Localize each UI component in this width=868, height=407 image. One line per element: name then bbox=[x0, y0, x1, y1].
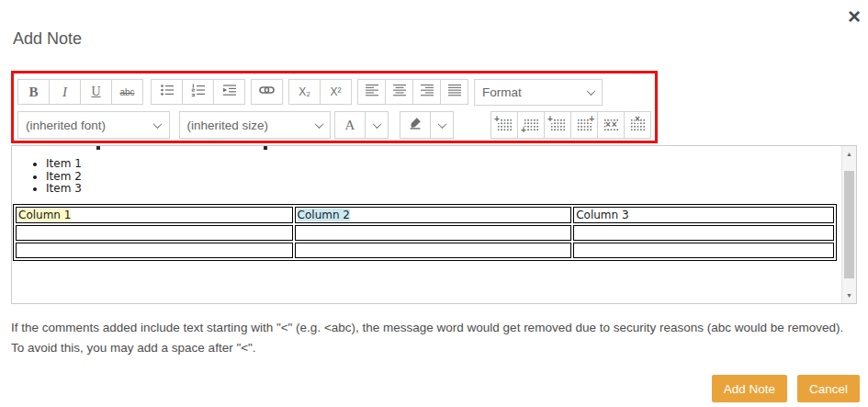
table-header-cell[interactable]: Column 1 bbox=[16, 207, 293, 223]
scrollbar-thumb[interactable] bbox=[844, 171, 854, 278]
table-tools-group: + + + + ×× × bbox=[490, 111, 651, 139]
justify-icon bbox=[447, 84, 462, 101]
delete-row-button[interactable]: ×× bbox=[597, 111, 625, 139]
text-color-dropdown[interactable] bbox=[365, 111, 389, 139]
toolbar-row-2: (inherited font) (inherited size) A + + bbox=[17, 111, 651, 139]
chevron-down-icon bbox=[147, 112, 169, 138]
chevron-down-icon bbox=[372, 119, 381, 129]
table-cell[interactable] bbox=[573, 243, 834, 258]
highlighted-text-blue: Column 2 bbox=[298, 209, 350, 221]
alignment-group bbox=[357, 79, 468, 105]
dialog-title: Add Note bbox=[13, 29, 82, 49]
bulleted-list-button[interactable] bbox=[151, 79, 183, 105]
scroll-up-icon[interactable]: ▲ bbox=[842, 147, 856, 161]
align-right-button[interactable] bbox=[412, 79, 441, 105]
font-family-select[interactable]: (inherited font) bbox=[17, 111, 170, 139]
table-cell[interactable] bbox=[16, 243, 293, 258]
table-cell[interactable] bbox=[295, 225, 572, 241]
list-item: Item 1 bbox=[46, 158, 841, 171]
add-note-dialog: Add Note × B I U abc bbox=[0, 0, 868, 407]
italic-button[interactable]: I bbox=[49, 79, 81, 105]
editor-toolbar-highlighted: B I U abc bbox=[11, 71, 658, 143]
insert-column-right-button[interactable]: + bbox=[570, 111, 598, 139]
table-header-cell[interactable]: Column 2 bbox=[295, 207, 572, 223]
italic-icon: I bbox=[62, 85, 67, 100]
delete-column-icon: × bbox=[630, 119, 646, 131]
insert-row-below-button[interactable]: + bbox=[517, 111, 545, 139]
align-left-icon bbox=[365, 84, 379, 101]
format-select[interactable]: Format bbox=[474, 79, 603, 106]
superscript-icon: X² bbox=[331, 85, 342, 98]
list-item: Item 2 bbox=[46, 171, 841, 184]
insert-link-button[interactable] bbox=[251, 79, 283, 105]
bold-icon: B bbox=[28, 85, 38, 100]
underline-button[interactable]: U bbox=[80, 79, 112, 105]
indent-button[interactable] bbox=[213, 79, 245, 105]
table-header-row: Column 1 Column 2 Column 3 bbox=[16, 207, 834, 223]
background-color-button[interactable] bbox=[400, 111, 431, 139]
table-cell[interactable] bbox=[573, 225, 834, 241]
justify-button[interactable] bbox=[440, 79, 468, 105]
dialog-actions: Add Note Cancel bbox=[712, 375, 860, 402]
align-center-icon bbox=[392, 84, 407, 101]
bulleted-list-icon bbox=[160, 83, 175, 101]
table-header-cell[interactable]: Column 3 bbox=[573, 207, 834, 223]
subscript-icon: X₂ bbox=[299, 85, 310, 98]
editor-document[interactable]: Item 1 Item 2 Item 3 Column 1 Column 2 C… bbox=[12, 146, 841, 303]
superscript-button[interactable]: X² bbox=[320, 79, 352, 105]
security-warning-text: If the comments added include text start… bbox=[11, 318, 849, 358]
insert-row-above-button[interactable]: + bbox=[490, 111, 518, 139]
delete-column-button[interactable]: × bbox=[624, 111, 651, 139]
chevron-down-icon bbox=[308, 112, 330, 138]
table-row bbox=[16, 225, 834, 241]
table-header-text: Column 3 bbox=[576, 209, 628, 221]
vertical-scrollbar[interactable]: ▲ ▼ bbox=[841, 146, 856, 303]
clipped-text-fragment bbox=[264, 146, 267, 150]
insert-column-left-button[interactable]: + bbox=[544, 111, 571, 139]
close-icon[interactable]: × bbox=[848, 6, 861, 28]
bulleted-list: Item 1 Item 2 Item 3 bbox=[12, 158, 841, 196]
format-select-value: Format bbox=[475, 85, 580, 99]
table-row bbox=[16, 243, 834, 258]
strikethrough-icon: abc bbox=[119, 87, 134, 97]
toolbar-row-1: B I U abc bbox=[17, 79, 651, 106]
align-left-button[interactable] bbox=[357, 79, 386, 105]
underline-icon: U bbox=[91, 85, 100, 99]
chevron-down-icon bbox=[580, 80, 602, 105]
bold-button[interactable]: B bbox=[17, 79, 50, 105]
font-size-value: (inherited size) bbox=[180, 119, 309, 132]
strikethrough-button[interactable]: abc bbox=[111, 79, 143, 105]
delete-row-icon: ×× bbox=[603, 119, 619, 131]
list-item: Item 3 bbox=[46, 183, 841, 196]
font-size-select[interactable]: (inherited size) bbox=[179, 111, 332, 139]
background-color-icon bbox=[408, 116, 423, 134]
highlighted-text-yellow: Column 1 bbox=[18, 209, 71, 221]
text-color-split-button: A bbox=[334, 111, 389, 139]
align-right-icon bbox=[420, 84, 434, 101]
insert-row-below-icon: + bbox=[524, 119, 539, 131]
numbered-list-button[interactable] bbox=[182, 79, 214, 105]
text-style-group: B I U abc bbox=[17, 79, 143, 105]
numbered-list-icon bbox=[191, 83, 206, 101]
insert-column-left-icon: + bbox=[550, 119, 566, 131]
cancel-button[interactable]: Cancel bbox=[797, 375, 860, 402]
insert-row-above-icon: + bbox=[497, 119, 513, 131]
text-color-icon: A bbox=[345, 118, 355, 133]
script-group: X₂ X² bbox=[288, 79, 352, 105]
align-center-button[interactable] bbox=[385, 79, 413, 105]
table-cell[interactable] bbox=[16, 225, 293, 241]
text-color-button[interactable]: A bbox=[334, 111, 366, 139]
scroll-down-icon[interactable]: ▼ bbox=[842, 288, 856, 302]
note-content-area[interactable]: Item 1 Item 2 Item 3 Column 1 Column 2 C… bbox=[11, 145, 857, 304]
insert-link-icon bbox=[259, 83, 275, 101]
table-cell[interactable] bbox=[295, 243, 572, 258]
chevron-down-icon bbox=[437, 119, 446, 129]
indent-icon bbox=[222, 83, 237, 101]
insert-column-right-icon: + bbox=[577, 119, 592, 131]
add-note-button[interactable]: Add Note bbox=[712, 375, 787, 402]
clipped-text-fragment bbox=[96, 146, 100, 150]
background-color-dropdown[interactable] bbox=[430, 111, 454, 139]
content-table: Column 1 Column 2 Column 3 bbox=[13, 204, 837, 261]
subscript-button[interactable]: X₂ bbox=[288, 79, 321, 105]
background-color-split-button bbox=[400, 111, 454, 139]
